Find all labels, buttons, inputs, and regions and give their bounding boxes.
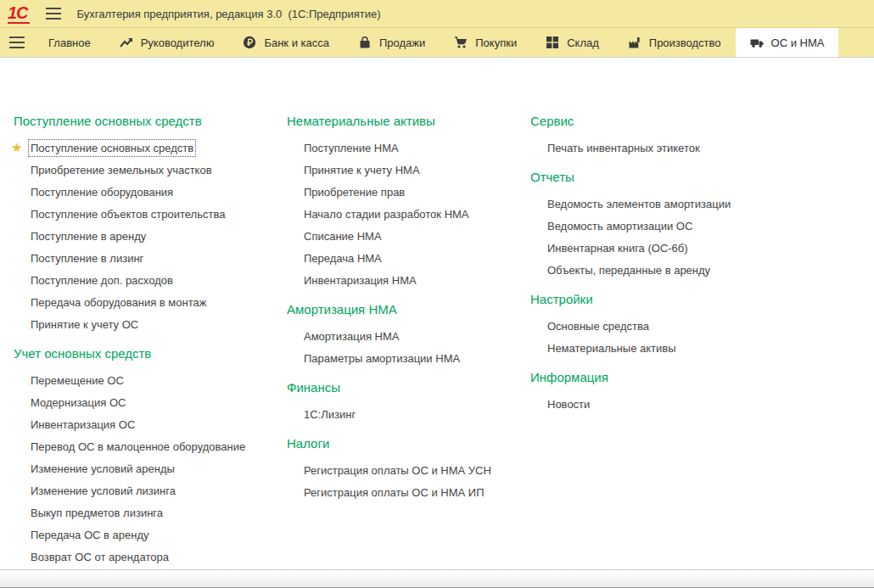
menu-item[interactable]: Передача ОС в аренду (14, 524, 277, 546)
group-title: Амортизация НМА (287, 301, 529, 318)
cart-icon (454, 36, 468, 49)
tab-label: Главное (48, 36, 91, 49)
menu-item[interactable]: Ведомость амортизации ОС (530, 215, 785, 237)
hamburger-icon (46, 8, 61, 20)
menu-group: Нематериальные активыПоступление НМАПрин… (287, 113, 529, 291)
grid-icon (546, 36, 559, 49)
menu-item[interactable]: Принятие к учету ОС (14, 313, 277, 335)
menu-item-label: Инвентаризация НМА (304, 273, 417, 288)
group-title: Учет основных средств (14, 345, 277, 362)
menu-item[interactable]: Модернизация ОС (14, 391, 277, 413)
menu-item[interactable]: Печать инвентарных этикеток (530, 137, 785, 159)
menu-item-label: Амортизация НМА (304, 329, 399, 344)
menu-item[interactable]: Регистрация оплаты ОС и НМА УСН (287, 459, 529, 481)
menu-item-label: Поступление основных средств (29, 140, 195, 156)
menu-group: СервисПечать инвентарных этикеток (530, 113, 785, 159)
menu-item-label: Принятие к учету НМА (304, 163, 420, 177)
menu-item-label: Ведомость амортизации ОС (547, 219, 692, 233)
menu-item[interactable]: Объекты, переданные в аренду (530, 259, 785, 281)
menu-item-label: Регистрация оплаты ОС и НМА ИП (304, 485, 485, 500)
menu-item-label: Основные средства (547, 319, 649, 333)
menu-item[interactable]: Перевод ОС в малоценное оборудование (14, 435, 277, 457)
menu-item-label: Поступление в лизинг (31, 251, 143, 266)
menu-item-label: Приобретение прав (304, 185, 405, 199)
menu-group: Амортизация НМААмортизация НМАПараметры … (287, 301, 529, 369)
menu-item[interactable]: Выкуп предметов лизинга (14, 501, 277, 524)
menu-item-label: 1С:Лизинг (304, 407, 356, 422)
menu-item-label: Перевод ОС в малоценное оборудование (31, 440, 245, 454)
menu-item[interactable]: Начало стадии разработок НМА (287, 203, 529, 225)
tab-продажи[interactable]: Продажи (344, 28, 440, 57)
tab-покупки[interactable]: Покупки (440, 28, 531, 57)
menu-item-label: Поступление оборудования (31, 185, 173, 199)
truck-icon (750, 36, 764, 49)
group-title: Поступление основных средств (14, 113, 277, 130)
menu-item[interactable]: Регистрация оплаты ОС и НМА ИП (287, 481, 529, 503)
app-window: { "titlebar": { "logo": "1С", "title": "… (0, 0, 874, 588)
tab-label: Склад (567, 36, 599, 49)
menu-item[interactable]: Поступление доп. расходов (14, 269, 277, 291)
menu-item[interactable]: Передача НМА (287, 247, 529, 269)
menu-item[interactable]: Инвентарная книга (ОС-6б) (530, 237, 785, 259)
menu-group: Финансы1С:Лизинг (287, 379, 529, 425)
group-title: Настройки (530, 291, 785, 308)
menu-item-label: Параметры амортизации НМА (304, 351, 460, 366)
favorite-star-icon[interactable]: ★ (11, 137, 22, 159)
tab-руководителю[interactable]: Руководителю (105, 28, 229, 57)
menu-item[interactable]: Амортизация НМА (287, 325, 529, 347)
menu-item-label: Списание НМА (304, 229, 382, 244)
menu-item-label: Передача ОС в аренду (31, 528, 148, 542)
menu-item[interactable]: ★Поступление основных средств (14, 137, 277, 159)
menu-item[interactable]: Поступление в аренду (14, 225, 277, 247)
titlebar: 1С Бухгалтерия предприятия, редакция 3.0… (0, 0, 874, 28)
menu-item-label: Передача оборудования в монтаж (31, 295, 206, 310)
main-menu-button[interactable] (43, 3, 64, 24)
bag-icon (358, 36, 372, 49)
menu-item[interactable]: Инвентаризация ОС (14, 413, 277, 435)
menu-item[interactable]: Поступление объектов строительства (14, 203, 277, 225)
menu-item[interactable]: Инвентаризация НМА (287, 269, 529, 291)
menu-group: НастройкиОсновные средстваНематериальные… (530, 291, 785, 359)
window-title: Бухгалтерия предприятия, редакция 3.0 (1… (77, 8, 381, 20)
tab-главное[interactable]: Главное (34, 28, 105, 57)
menu-item-label: Ведомость элементов амортизации (547, 197, 731, 211)
menu-item-label: Поступление НМА (304, 141, 399, 155)
tab-ос-и-нма[interactable]: ОС и НМА (736, 28, 839, 57)
group-title: Нематериальные активы (287, 113, 529, 130)
tab-склад[interactable]: Склад (531, 28, 613, 57)
group-title: Сервис (530, 113, 785, 130)
menu-item-label: Объекты, переданные в аренду (547, 263, 710, 277)
menu-item-label: Печать инвентарных этикеток (547, 141, 700, 155)
menu-group: Учет основных средствПеремещение ОСМодер… (14, 345, 277, 568)
menu-item[interactable]: Изменение условий лизинга (14, 479, 277, 501)
menu-item[interactable]: Списание НМА (287, 225, 529, 247)
menu-item[interactable]: Принятие к учету НМА (287, 159, 529, 181)
1c-logo: 1С (8, 4, 30, 24)
tab-банк-и-касса[interactable]: Банк и касса (228, 28, 344, 57)
menu-item[interactable]: Поступление в лизинг (14, 247, 277, 269)
menu-item[interactable]: 1С:Лизинг (287, 403, 529, 425)
menu-item[interactable]: Изменение условий аренды (14, 457, 277, 479)
group-title: Финансы (287, 379, 529, 396)
menu-item[interactable]: Поступление оборудования (14, 181, 277, 203)
menu-item[interactable]: Передача оборудования в монтаж (14, 291, 277, 313)
menu-item[interactable]: Основные средства (530, 315, 785, 337)
tab-label: Руководителю (141, 36, 215, 49)
sections-menu-button[interactable] (0, 28, 34, 57)
menu-item[interactable]: Перемещение ОС (14, 369, 277, 391)
menu-item[interactable]: Приобретение прав (287, 181, 529, 203)
menu-item[interactable]: Нематериальные активы (530, 337, 785, 359)
tab-производство[interactable]: Производство (613, 28, 736, 57)
menu-item[interactable]: Новости (530, 393, 785, 415)
menu-item[interactable]: Поступление НМА (287, 137, 529, 159)
menu-item[interactable]: Параметры амортизации НМА (287, 347, 529, 369)
menu-item[interactable]: Возврат ОС от арендатора (14, 546, 277, 568)
menu-item-label: Выкуп предметов лизинга (31, 506, 163, 520)
menu-item[interactable]: Ведомость элементов амортизации (530, 193, 785, 215)
group-title: Информация (530, 369, 785, 386)
section-tabbar: ГлавноеРуководителюБанк и кассаПродажиПо… (0, 28, 874, 58)
menu-item-label: Изменение условий лизинга (31, 484, 176, 498)
group-title: Налоги (287, 435, 529, 452)
menu-item[interactable]: Приобретение земельных участков (14, 159, 277, 181)
tab-label: Покупки (475, 36, 517, 49)
